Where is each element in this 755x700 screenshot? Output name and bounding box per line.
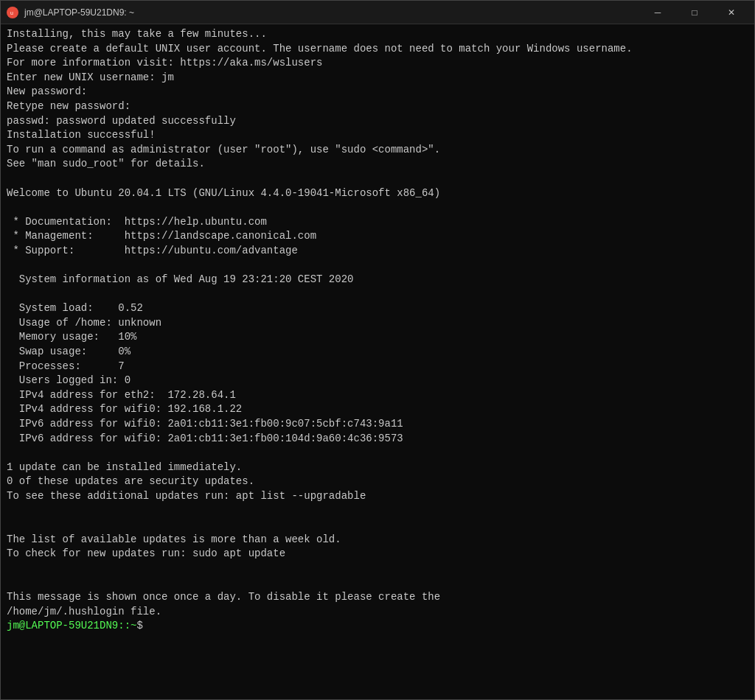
terminal-line — [7, 200, 748, 215]
terminal-line: 0 of these updates are security updates. — [7, 475, 748, 489]
window-controls: ─ □ ✕ — [641, 1, 748, 24]
terminal-line: passwd: password updated successfully — [7, 114, 748, 129]
terminal-prompt: jm@LAPTOP-59U21DN9::~$ — [7, 619, 748, 634]
titlebar: u jm@LAPTOP-59U21DN9: ~ ─ □ ✕ — [1, 1, 754, 24]
terminal-line — [7, 518, 748, 533]
terminal-line: * Support: https://ubuntu.com/advantage — [7, 244, 748, 259]
minimize-button[interactable]: ─ — [641, 1, 675, 24]
terminal-line: Processes: 7 — [7, 360, 748, 374]
terminal-output[interactable]: Installing, this may take a few minutes.… — [1, 24, 754, 699]
window-title: jm@LAPTOP-59U21DN9: ~ — [24, 7, 641, 18]
terminal-line: The list of available updates is more th… — [7, 533, 748, 547]
terminal-line: This message is shown once once a day. T… — [7, 590, 748, 605]
terminal-window: u jm@LAPTOP-59U21DN9: ~ ─ □ ✕ Installing… — [0, 0, 755, 700]
terminal-line: IPv4 address for eth2: 172.28.64.1 — [7, 388, 748, 403]
terminal-line — [7, 172, 748, 186]
prompt-symbol: $ — [136, 620, 142, 631]
terminal-line: To see these additional updates run: apt… — [7, 489, 748, 504]
terminal-line: * Documentation: https://help.ubuntu.com — [7, 215, 748, 230]
prompt-user: jm@LAPTOP-59U21DN9::~ — [7, 620, 136, 631]
app-icon: u — [7, 7, 18, 18]
terminal-line: IPv6 address for wifi0: 2a01:cb11:3e1:fb… — [7, 432, 748, 447]
terminal-line: System load: 0.52 — [7, 301, 748, 316]
terminal-line — [7, 287, 748, 302]
terminal-line: Swap usage: 0% — [7, 345, 748, 360]
terminal-line: /home/jm/.hushlogin file. — [7, 605, 748, 620]
maximize-button[interactable]: □ — [678, 1, 711, 24]
terminal-line: See "man sudo_root" for details. — [7, 157, 748, 172]
terminal-line: Please create a default UNIX user accoun… — [7, 42, 748, 57]
terminal-line — [7, 446, 748, 461]
terminal-line: Memory usage: 10% — [7, 330, 748, 345]
terminal-line: New password: — [7, 85, 748, 99]
terminal-line: Installation successful! — [7, 128, 748, 143]
close-button[interactable]: ✕ — [714, 1, 748, 24]
terminal-line — [7, 504, 748, 519]
terminal-line: * Management: https://landscape.canonica… — [7, 229, 748, 244]
terminal-line: To run a command as administrator (user … — [7, 143, 748, 158]
terminal-line: System information as of Wed Aug 19 23:2… — [7, 273, 748, 287]
terminal-line — [7, 561, 748, 576]
terminal-line: IPv6 address for wifi0: 2a01:cb11:3e1:fb… — [7, 417, 748, 432]
terminal-line: Welcome to Ubuntu 20.04.1 LTS (GNU/Linux… — [7, 186, 748, 201]
terminal-line: Enter new UNIX username: jm — [7, 71, 748, 85]
terminal-line — [7, 259, 748, 273]
terminal-line: Installing, this may take a few minutes.… — [7, 27, 748, 42]
terminal-line: Usage of /home: unknown — [7, 316, 748, 331]
terminal-line: To check for new updates run: sudo apt u… — [7, 547, 748, 561]
terminal-line: Users logged in: 0 — [7, 374, 748, 388]
terminal-line: For more information visit: https://aka.… — [7, 56, 748, 71]
terminal-line: Retype new password: — [7, 99, 748, 114]
svg-text:u: u — [10, 10, 13, 15]
terminal-line: 1 update can be installed immediately. — [7, 461, 748, 475]
terminal-line: IPv4 address for wifi0: 192.168.1.22 — [7, 402, 748, 417]
terminal-line — [7, 576, 748, 591]
